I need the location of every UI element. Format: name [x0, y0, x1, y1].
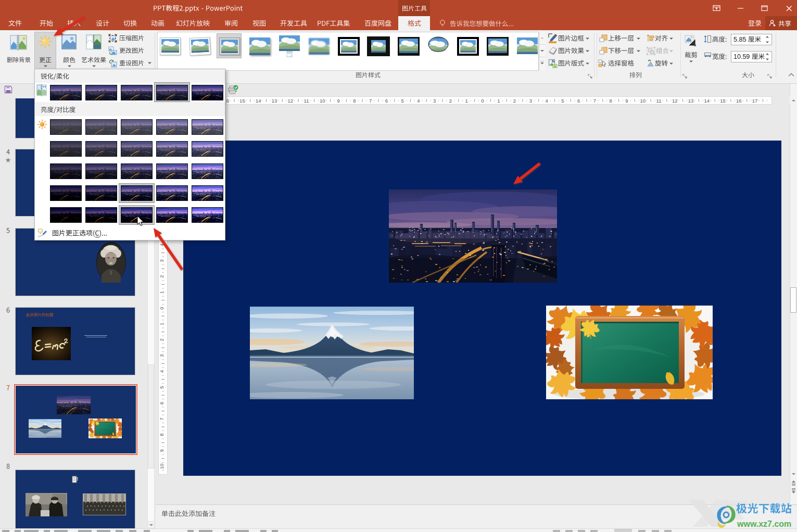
- svg-text:4: 4: [159, 370, 165, 373]
- svg-text:10: 10: [320, 98, 325, 104]
- svg-text:1: 1: [159, 323, 165, 325]
- svg-text:11: 11: [656, 98, 662, 104]
- svg-text:10: 10: [640, 98, 646, 104]
- svg-text:14: 14: [256, 98, 261, 104]
- svg-text:2: 2: [449, 98, 452, 104]
- svg-text:9: 9: [337, 98, 339, 104]
- svg-text:1: 1: [497, 98, 500, 104]
- svg-text:5: 5: [159, 386, 165, 388]
- svg-text:16: 16: [226, 98, 229, 104]
- svg-text:17: 17: [752, 98, 758, 104]
- svg-text:2: 2: [159, 338, 165, 341]
- svg-text:5: 5: [561, 98, 564, 104]
- svg-text:8: 8: [159, 434, 165, 436]
- svg-text:4: 4: [545, 98, 548, 104]
- svg-text:14: 14: [704, 98, 710, 104]
- svg-text:6: 6: [159, 402, 165, 404]
- svg-text:3: 3: [433, 98, 436, 104]
- svg-text:1: 1: [465, 98, 468, 104]
- svg-text:7: 7: [593, 98, 596, 104]
- svg-text:8: 8: [353, 98, 356, 104]
- svg-text:5: 5: [401, 98, 403, 104]
- svg-text:2: 2: [513, 98, 516, 104]
- svg-text:0: 0: [481, 98, 484, 104]
- svg-text:7: 7: [369, 98, 372, 104]
- svg-text:13: 13: [272, 98, 277, 104]
- svg-text:15: 15: [239, 98, 245, 104]
- svg-text:3: 3: [159, 354, 165, 357]
- svg-text:12: 12: [288, 98, 294, 104]
- svg-text:1: 1: [159, 291, 165, 294]
- svg-text:3: 3: [529, 98, 532, 104]
- svg-text:16: 16: [736, 98, 742, 104]
- svg-text:13: 13: [688, 98, 694, 104]
- svg-text:4: 4: [417, 98, 420, 104]
- svg-text:3: 3: [159, 259, 165, 262]
- svg-text:11: 11: [304, 98, 309, 104]
- svg-text:9: 9: [159, 449, 165, 452]
- svg-text:6: 6: [385, 98, 388, 104]
- svg-text:8: 8: [610, 98, 612, 104]
- svg-text:0: 0: [159, 307, 165, 309]
- svg-text:7: 7: [159, 417, 165, 420]
- svg-text:6: 6: [577, 98, 580, 104]
- svg-text:9: 9: [625, 98, 628, 104]
- svg-text:10: 10: [159, 464, 165, 470]
- svg-text:12: 12: [672, 98, 678, 104]
- svg-text:15: 15: [720, 98, 726, 104]
- svg-text:2: 2: [159, 275, 165, 278]
